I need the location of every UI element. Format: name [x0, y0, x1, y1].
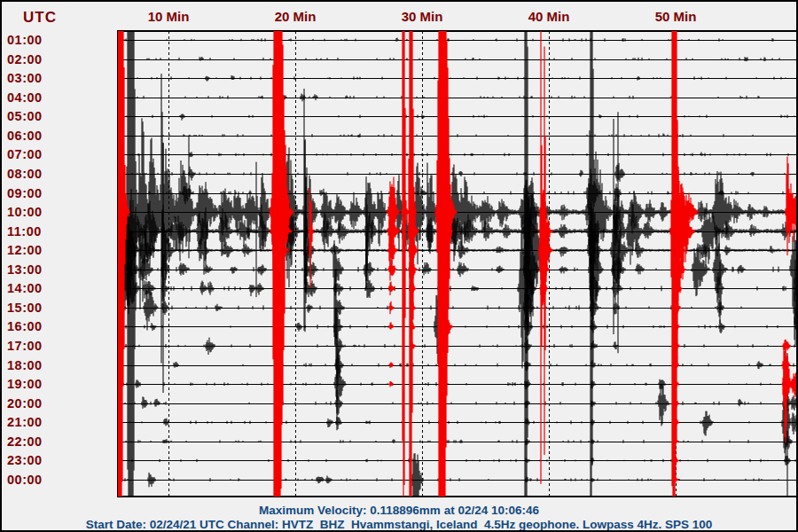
hour-label-07:00: 07:00: [7, 147, 43, 161]
hour-label-22:00: 22:00: [7, 434, 43, 449]
hour-label-18:00: 18:00: [7, 358, 43, 372]
hour-label-00:00: 00:00: [7, 473, 43, 487]
hour-label-16:00: 16:00: [7, 319, 43, 333]
minute-label-50: 50 Min: [655, 9, 697, 24]
seismogram-plot: [2, 2, 798, 532]
minute-label-10: 10 Min: [148, 9, 190, 24]
hour-label-05:00: 05:00: [7, 109, 43, 123]
hour-label-19:00: 19:00: [7, 377, 43, 391]
minute-label-30: 30 Min: [402, 9, 443, 24]
hour-label-09:00: 09:00: [7, 186, 43, 200]
max-velocity-text: Maximum Velocity: 0.118896mm at 02/24 10…: [2, 504, 796, 517]
hour-label-06:00: 06:00: [7, 129, 43, 143]
utc-axis-label: UTC: [23, 9, 57, 27]
hour-label-15:00: 15:00: [7, 301, 43, 315]
minute-label-40: 40 Min: [528, 9, 570, 24]
hour-label-17:00: 17:00: [7, 339, 43, 353]
hour-label-02:00: 02:00: [7, 52, 43, 66]
hour-label-10:00: 10:00: [7, 205, 43, 219]
hour-label-20:00: 20:00: [7, 396, 43, 411]
helicorder-display: UTC 10 Min20 Min30 Min40 Min50 Min 01:00…: [0, 0, 798, 532]
hour-label-08:00: 08:00: [7, 167, 43, 181]
hour-label-12:00: 12:00: [7, 243, 43, 257]
station-info-text: Start Date: 02/24/21 UTC Channel: HVTZ B…: [2, 518, 796, 531]
hour-label-21:00: 21:00: [7, 415, 43, 429]
hour-label-14:00: 14:00: [7, 281, 43, 295]
minute-label-20: 20 Min: [275, 9, 317, 24]
hour-label-13:00: 13:00: [7, 262, 43, 277]
hour-label-04:00: 04:00: [7, 90, 43, 105]
hour-label-03:00: 03:00: [7, 71, 43, 85]
hour-label-01:00: 01:00: [7, 33, 43, 47]
hour-label-11:00: 11:00: [7, 224, 42, 239]
hour-label-23:00: 23:00: [7, 453, 43, 467]
